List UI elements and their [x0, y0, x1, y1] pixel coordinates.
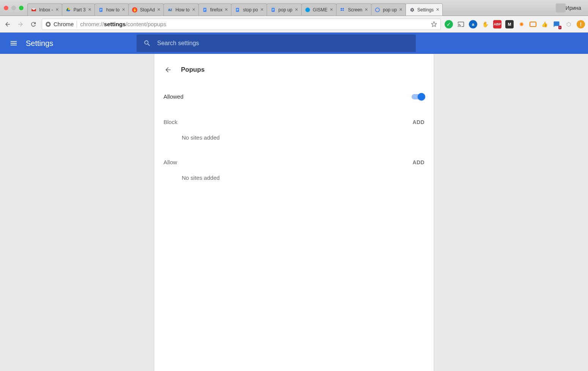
omnibox-divider: [77, 21, 77, 28]
browser-tab[interactable]: pop up✕: [371, 3, 406, 16]
svg-rect-10: [237, 9, 239, 10]
tab-close-button[interactable]: ✕: [225, 7, 228, 12]
tab-close-button[interactable]: ✕: [436, 7, 439, 12]
extension-icon[interactable]: ✋: [481, 20, 489, 28]
allowed-label: Allowed: [164, 93, 184, 100]
svg-rect-15: [272, 10, 274, 11]
settings-card: Popups Allowed Block ADD No sites added …: [154, 54, 434, 371]
url-text: chrome://settings/content/popups: [80, 21, 166, 27]
tab-strip: Inbox -✕Part 3✕how to✕✋StopAd✕azHow to✕f…: [27, 0, 553, 16]
arrow-left-icon: [164, 66, 172, 74]
tab-label: firefox: [210, 7, 223, 13]
svg-point-18: [47, 23, 49, 25]
page-title: Popups: [181, 66, 204, 74]
svg-rect-7: [204, 10, 205, 11]
extension-icon[interactable]: ⬡: [564, 20, 573, 28]
browser-tab[interactable]: how to✕: [94, 3, 129, 16]
settings-body: Popups Allowed Block ADD No sites added …: [0, 54, 588, 371]
extension-icon[interactable]: 👍: [540, 20, 549, 28]
window-titlebar: Inbox -✕Part 3✕how to✕✋StopAd✕azHow to✕f…: [0, 0, 588, 16]
block-section-header: Block ADD: [164, 108, 424, 127]
tab-label: stop po: [243, 7, 258, 13]
minimize-window-button[interactable]: [11, 6, 16, 10]
settings-search[interactable]: [137, 35, 416, 52]
tab-close-button[interactable]: ✕: [192, 7, 195, 12]
browser-toolbar: Chrome chrome://settings/content/popups …: [0, 16, 588, 33]
svg-rect-1: [100, 9, 102, 9]
browser-tab[interactable]: pop up✕: [267, 3, 302, 16]
tab-close-button[interactable]: ✕: [88, 7, 91, 12]
browser-tab[interactable]: firefox✕: [198, 3, 232, 16]
tab-label: StopAd: [140, 7, 155, 13]
tab-close-button[interactable]: ✕: [365, 7, 368, 12]
new-tab-button[interactable]: [556, 3, 566, 13]
bookmark-star-button[interactable]: [431, 21, 437, 28]
tab-label: how to: [106, 7, 119, 13]
tab-close-button[interactable]: ✕: [260, 7, 264, 12]
svg-rect-5: [204, 9, 206, 9]
allow-section-header: Allow ADD: [164, 144, 424, 167]
extension-icon[interactable]: a: [469, 20, 477, 28]
browser-tab[interactable]: Inbox -✕: [27, 3, 62, 16]
tab-close-button[interactable]: ✕: [157, 7, 160, 12]
browser-tab[interactable]: Settings✕: [406, 3, 443, 16]
forward-button[interactable]: [16, 20, 25, 29]
browser-tab[interactable]: GISME✕: [301, 3, 337, 16]
browser-tab[interactable]: Screen✕: [336, 3, 371, 16]
search-icon: [143, 39, 151, 47]
star-icon: [431, 21, 437, 28]
tab-close-button[interactable]: ✕: [122, 7, 125, 12]
close-window-button[interactable]: [4, 6, 8, 10]
chrome-icon: [45, 21, 51, 27]
extension-icon[interactable]: M: [505, 20, 514, 28]
tab-label: Inbox -: [39, 7, 53, 13]
extension-adblock-icon[interactable]: ABP: [493, 20, 502, 28]
reload-button[interactable]: [29, 20, 38, 29]
back-arrow-button[interactable]: [164, 65, 173, 74]
browser-tab[interactable]: stop po✕: [231, 3, 267, 16]
maximize-window-button[interactable]: [19, 6, 24, 10]
tab-close-button[interactable]: ✕: [295, 7, 298, 12]
svg-rect-3: [100, 10, 101, 11]
tab-close-button[interactable]: ✕: [330, 7, 333, 12]
tab-close-button[interactable]: ✕: [55, 7, 59, 12]
svg-point-16: [376, 8, 380, 12]
allowed-toggle-row: Allowed: [164, 85, 424, 108]
back-button[interactable]: [3, 20, 12, 29]
tab-label: How to: [175, 7, 189, 13]
allow-add-button[interactable]: ADD: [412, 159, 424, 165]
extension-icon[interactable]: 0: [552, 20, 561, 28]
extension-icon[interactable]: ✓: [445, 20, 453, 28]
tab-close-button[interactable]: ✕: [399, 7, 402, 12]
browser-tab[interactable]: ✋StopAd✕: [128, 3, 164, 16]
extension-icon[interactable]: [530, 22, 536, 27]
tab-label: GISME: [313, 7, 328, 13]
settings-title: Settings: [26, 39, 53, 48]
allow-label: Allow: [164, 159, 177, 165]
page-header-row: Popups: [164, 61, 424, 85]
extension-warning-icon[interactable]: !: [577, 20, 585, 28]
extension-icon[interactable]: ✺: [517, 20, 526, 28]
block-label: Block: [164, 119, 178, 125]
svg-rect-14: [272, 9, 274, 10]
browser-tab[interactable]: azHow to✕: [164, 3, 198, 16]
tab-label: pop up: [383, 7, 397, 13]
cast-icon[interactable]: [457, 20, 465, 28]
allowed-toggle[interactable]: [412, 94, 424, 99]
settings-header: Settings: [0, 33, 588, 54]
block-add-button[interactable]: ADD: [412, 119, 424, 125]
tab-label: Part 3: [74, 7, 86, 13]
svg-rect-13: [272, 9, 274, 9]
browser-tab[interactable]: Part 3✕: [62, 3, 95, 16]
svg-rect-11: [237, 10, 238, 11]
svg-rect-6: [204, 9, 206, 10]
site-info-label: Chrome: [53, 21, 74, 27]
tab-label: Screen: [348, 7, 362, 13]
tab-label: Settings: [417, 7, 434, 13]
address-bar[interactable]: Chrome chrome://settings/content/popups: [42, 19, 441, 30]
settings-search-input[interactable]: [157, 40, 409, 47]
svg-rect-2: [100, 9, 102, 10]
profile-name[interactable]: Ирина: [566, 5, 581, 11]
site-info-button[interactable]: Chrome: [45, 21, 74, 27]
menu-button[interactable]: [9, 39, 18, 48]
